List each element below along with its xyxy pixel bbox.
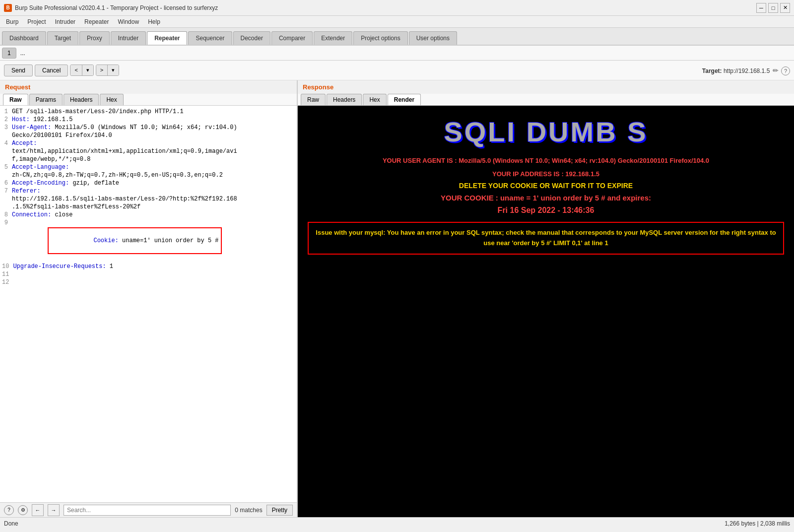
minimize-button[interactable]: ─ — [756, 3, 766, 13]
send-button[interactable]: Send — [4, 65, 33, 76]
title-bar: B Burp Suite Professional v2020.4.1 - Te… — [0, 0, 794, 16]
request-tab-hex[interactable]: Hex — [100, 94, 123, 105]
matches-label: 0 matches — [235, 507, 262, 514]
nav-back-group: < ▾ — [70, 65, 93, 76]
help-circle-icon[interactable]: ? — [4, 505, 14, 515]
response-rendered-content: SQLI DUMB S YOUR USER AGENT IS : Mozilla… — [298, 106, 794, 517]
nav-forward-dropdown[interactable]: ▾ — [108, 65, 119, 75]
status-bytes: 1,266 bytes | 2,038 millis — [725, 520, 790, 527]
request-tab-headers[interactable]: Headers — [64, 94, 99, 105]
code-line-5b: zh-CN,zh;q=0.8,zh-TW;q=0.7,zh-HK;q=0.5,e… — [2, 171, 295, 179]
app-icon: B — [4, 4, 12, 12]
request-tab-raw[interactable]: Raw — [3, 94, 28, 105]
tab-repeater[interactable]: Repeater — [147, 31, 187, 45]
nav-forward-button[interactable]: > — [96, 65, 108, 75]
close-button[interactable]: ✕ — [780, 3, 790, 13]
status-done: Done — [4, 520, 18, 527]
history-back-button[interactable]: ← — [32, 504, 44, 516]
history-forward-button[interactable]: → — [48, 504, 60, 516]
request-header: Request — [0, 80, 297, 94]
cookie-line: YOUR COOKIE : uname = 1' union order by … — [298, 192, 794, 204]
tab-project-options[interactable]: Project options — [353, 31, 407, 45]
tab-comparer[interactable]: Comparer — [271, 31, 313, 45]
window-controls: ─ □ ✕ — [756, 3, 790, 13]
repeater-tab-bar: 1 ... — [0, 46, 794, 61]
settings-circle-icon[interactable]: ⚙ — [18, 505, 28, 515]
code-line-8: 8 Connection: close — [2, 211, 295, 219]
response-tab-headers[interactable]: Headers — [327, 94, 362, 105]
code-line-4: 4 Accept: — [2, 139, 295, 147]
menu-repeater[interactable]: Repeater — [80, 17, 113, 26]
code-line-5: 5 Accept-Language: — [2, 163, 295, 171]
response-panel: Response Raw Headers Hex Render SQLI DUM… — [298, 80, 794, 517]
tab-intruder[interactable]: Intruder — [111, 31, 146, 45]
toolbar: Send Cancel < ▾ > ▾ Target: http://192.1… — [0, 61, 794, 80]
ua-line: YOUR USER AGENT IS : Mozilla/5.0 (Window… — [298, 153, 794, 168]
menu-project[interactable]: Project — [23, 17, 50, 26]
search-input[interactable] — [64, 505, 231, 516]
request-tabs: Raw Params Headers Hex — [0, 94, 297, 106]
maximize-button[interactable]: □ — [768, 3, 778, 13]
cookie-highlight-box: Cookie: uname=1' union order by 5 # — [48, 227, 221, 254]
tab-target[interactable]: Target — [47, 31, 78, 45]
delete-cookie-line: DELETE YOUR COOKIE OR WAIT FOR IT TO EXP… — [298, 180, 794, 192]
nav-back-dropdown[interactable]: ▾ — [82, 65, 93, 75]
code-line-3: 3 User-Agent: Mozilla/5.0 (Windows NT 10… — [2, 124, 295, 132]
request-panel: Request Raw Params Headers Hex 1 GET /sq… — [0, 80, 298, 517]
tab-decoder[interactable]: Decoder — [233, 31, 270, 45]
status-bar: Done 1,266 bytes | 2,038 millis — [0, 517, 794, 529]
response-header: Response — [298, 80, 794, 94]
menu-burp[interactable]: Burp — [2, 17, 22, 26]
tab-dashboard[interactable]: Dashboard — [2, 31, 46, 45]
edit-target-button[interactable]: ✏ — [772, 66, 780, 75]
nav-back-button[interactable]: < — [70, 65, 82, 75]
response-tab-raw[interactable]: Raw — [301, 94, 326, 105]
code-line-2: 2 Host: 192.168.1.5 — [2, 116, 295, 124]
tab-user-options[interactable]: User options — [409, 31, 457, 45]
ip-line: YOUR IP ADDRESS IS : 192.168.1.5 — [298, 168, 794, 180]
tab-extender[interactable]: Extender — [314, 31, 352, 45]
response-tabs: Raw Headers Hex Render — [298, 94, 794, 106]
tab-sequencer[interactable]: Sequencer — [188, 31, 232, 45]
target-help-button[interactable]: ? — [781, 66, 790, 75]
code-line-12: 12 — [2, 278, 295, 286]
sqli-title: SQLI DUMB S — [298, 106, 794, 153]
code-line-7b: http://192.168.1.5/sqli-labs-master/Less… — [2, 195, 295, 203]
target-url: http://192.168.1.5 — [724, 67, 770, 74]
code-line-4b: text/html,application/xhtml+xml,applicat… — [2, 147, 295, 155]
date-line: Fri 16 Sep 2022 - 13:46:36 — [298, 204, 794, 217]
main-content: Request Raw Params Headers Hex 1 GET /sq… — [0, 80, 794, 517]
code-line-11: 11 — [2, 270, 295, 278]
menu-window[interactable]: Window — [114, 17, 143, 26]
nav-forward-group: > ▾ — [96, 65, 119, 76]
error-box: Issue with your mysql: You have an error… — [308, 222, 784, 255]
code-line-1: 1 GET /sqli-labs-master/Less-20/index.ph… — [2, 108, 295, 116]
main-tab-bar: Dashboard Target Proxy Intruder Repeater… — [0, 28, 794, 46]
code-line-9: 9 Cookie: uname=1' union order by 5 # — [2, 219, 295, 263]
menu-intruder[interactable]: Intruder — [51, 17, 79, 26]
code-line-3b: Gecko/20100101 Firefox/104.0 — [2, 132, 295, 139]
pretty-button[interactable]: Pretty — [266, 505, 293, 516]
request-tab-params[interactable]: Params — [29, 94, 63, 105]
menu-bar: Burp Project Intruder Repeater Window He… — [0, 16, 794, 28]
request-code-area[interactable]: 1 GET /sqli-labs-master/Less-20/index.ph… — [0, 106, 297, 502]
repeater-tab-more[interactable]: ... — [17, 48, 28, 58]
target-label: Target: http://192.168.1.5 ✏ ? — [702, 66, 790, 75]
code-line-4c: f,image/webp,*/*;q=0.8 — [2, 155, 295, 163]
code-line-6: 6 Accept-Encoding: gzip, deflate — [2, 179, 295, 187]
cancel-button[interactable]: Cancel — [35, 65, 68, 76]
repeater-tab-1[interactable]: 1 — [2, 48, 16, 59]
request-bottom-bar: ? ⚙ ← → 0 matches Pretty — [0, 502, 297, 517]
window-title: Burp Suite Professional v2020.4.1 - Temp… — [15, 4, 218, 11]
code-line-7c: .1.5%2fsqli-labs-master%2fLess-20%2f — [2, 203, 295, 211]
menu-help[interactable]: Help — [144, 17, 164, 26]
code-line-10: 10 Upgrade-Insecure-Requests: 1 — [2, 263, 295, 270]
response-tab-render[interactable]: Render — [388, 94, 421, 105]
tab-proxy[interactable]: Proxy — [79, 31, 110, 45]
code-line-7: 7 Referer: — [2, 187, 295, 195]
response-tab-hex[interactable]: Hex — [363, 94, 386, 105]
